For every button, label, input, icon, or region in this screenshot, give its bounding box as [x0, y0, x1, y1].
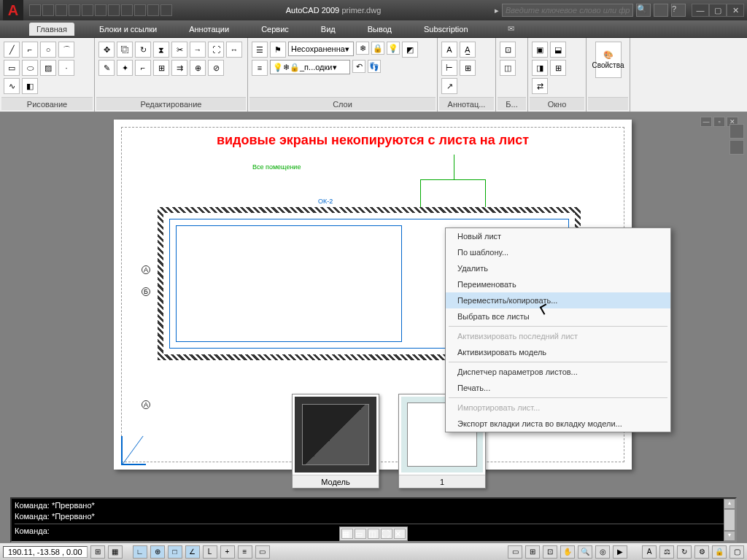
leader-icon[interactable]: ↗: [441, 78, 457, 94]
trim-icon[interactable]: ✂: [171, 42, 187, 58]
spline-icon[interactable]: ∿: [4, 78, 20, 94]
ctx-plot[interactable]: Печать...: [446, 380, 670, 396]
qat-plot-icon[interactable]: [82, 4, 93, 16]
doc-restore[interactable]: ▫: [713, 117, 725, 127]
qat-redo-icon[interactable]: [108, 4, 120, 16]
quick-max-icon[interactable]: ⛶: [381, 529, 392, 539]
scroll-down-icon[interactable]: ▾: [724, 531, 735, 541]
scroll-thumb[interactable]: [724, 509, 735, 531]
polyline-icon[interactable]: ⌐: [22, 42, 38, 58]
model-thumb[interactable]: Модель: [292, 394, 379, 489]
tab-home[interactable]: Главная: [29, 23, 74, 36]
steering-icon[interactable]: ◎: [595, 545, 610, 559]
arc-icon[interactable]: ⌒: [58, 42, 74, 58]
arrange-icon[interactable]: ⊞: [550, 60, 566, 76]
sheet-set-icon[interactable]: [729, 140, 744, 155]
qat-new-icon[interactable]: [29, 4, 41, 16]
hatch-icon[interactable]: ▨: [40, 60, 56, 76]
qp-toggle[interactable]: ▭: [255, 545, 270, 559]
break-icon[interactable]: ⊘: [208, 60, 224, 76]
ducs-toggle[interactable]: L: [203, 545, 217, 559]
panel-block-title[interactable]: Б...: [498, 97, 526, 110]
qat-props-icon[interactable]: [147, 4, 159, 16]
switch-icon[interactable]: ⇄: [532, 78, 548, 94]
erase-icon[interactable]: ✎: [98, 60, 115, 76]
app-logo[interactable]: A: [3, 0, 23, 20]
showmotion-icon[interactable]: ▶: [613, 545, 627, 559]
point-icon[interactable]: ·: [58, 60, 74, 76]
text-icon[interactable]: A: [441, 42, 457, 58]
layer-combo[interactable]: 💡❄🔒_п...одки ▾: [270, 60, 350, 74]
layer-iso-icon[interactable]: ◩: [402, 42, 418, 58]
tab-blocks[interactable]: Блоки и ссылки: [92, 23, 164, 36]
array-icon[interactable]: ⊞: [153, 60, 169, 76]
tab-annotations[interactable]: Аннотации: [182, 23, 236, 36]
layer-state-combo[interactable]: Несохраненна ▾: [288, 42, 354, 56]
quick-close-icon[interactable]: ✕: [394, 529, 406, 539]
annovis-icon[interactable]: ⚖: [659, 545, 674, 559]
ctx-from-template[interactable]: По шаблону...: [446, 244, 670, 260]
fillet-icon[interactable]: ⌐: [135, 60, 151, 76]
insert-block-icon[interactable]: ⊡: [500, 42, 516, 58]
help-button[interactable]: ?: [671, 4, 686, 17]
close-button[interactable]: ✕: [727, 4, 744, 17]
tile-h-icon[interactable]: ⬓: [550, 42, 566, 58]
offset-icon[interactable]: ⇉: [171, 60, 187, 76]
annosync-icon[interactable]: ↻: [677, 545, 692, 559]
snap-toggle[interactable]: ⊞: [90, 545, 105, 559]
panel-layers-title[interactable]: Слои: [249, 97, 436, 110]
rect-icon[interactable]: ▭: [4, 60, 20, 76]
search-button[interactable]: 🔍: [636, 4, 651, 17]
layer-prev-icon[interactable]: ↶: [352, 60, 365, 73]
minimize-button[interactable]: —: [692, 4, 709, 17]
circle-icon[interactable]: ○: [40, 42, 56, 58]
qat-match-icon[interactable]: [160, 4, 172, 16]
qat-open-icon[interactable]: [42, 4, 54, 16]
cascade-icon[interactable]: ▣: [532, 42, 548, 58]
ctx-move-copy[interactable]: Переместить/копировать...: [446, 292, 670, 308]
mtext-icon[interactable]: A̲: [460, 42, 476, 58]
command-line[interactable]: Команда: *Прервано* Команда: *Прервано* …: [10, 497, 737, 542]
clean-screen-icon[interactable]: ▢: [729, 545, 744, 559]
grid-toggle[interactable]: ▦: [108, 545, 123, 559]
tab-view[interactable]: Вид: [314, 23, 343, 36]
quick-layout-icon[interactable]: ▭: [355, 529, 366, 539]
panel-edit-title[interactable]: Редактирование: [96, 97, 246, 110]
properties-button[interactable]: 🎨 Свойства: [595, 42, 622, 78]
layer-match-icon[interactable]: ≡: [252, 60, 268, 76]
qat-zoom-icon[interactable]: [121, 4, 133, 16]
copy-icon[interactable]: ⿻: [117, 42, 133, 58]
tab-subscription[interactable]: Subscription: [417, 23, 476, 36]
table-icon[interactable]: ⊞: [460, 60, 476, 76]
qat-undo-icon[interactable]: [95, 4, 107, 16]
tab-output[interactable]: Вывод: [360, 23, 399, 36]
workspace-switch-icon[interactable]: ⚙: [694, 545, 709, 559]
dyn-toggle[interactable]: +: [220, 545, 235, 559]
qat-saveas-icon[interactable]: [69, 4, 80, 16]
stretch-icon[interactable]: ↔: [226, 42, 242, 58]
panel-annotate-title[interactable]: Аннотац...: [439, 97, 494, 110]
ctx-new-layout[interactable]: Новый лист: [446, 228, 670, 244]
tile-v-icon[interactable]: ◨: [532, 60, 548, 76]
layer-walk-icon[interactable]: 👣: [368, 60, 381, 73]
mirror-icon[interactable]: ⧗: [153, 42, 169, 58]
ctx-delete[interactable]: Удалить: [446, 260, 670, 276]
qat-save-icon[interactable]: [55, 4, 67, 16]
dim-icon[interactable]: ⊢: [441, 60, 457, 76]
scroll-up-icon[interactable]: ▴: [724, 499, 735, 509]
infocenter-button[interactable]: [654, 4, 668, 17]
panel-window-title[interactable]: Окно: [530, 97, 584, 110]
explode-icon[interactable]: ✦: [117, 60, 133, 76]
ellipse-icon[interactable]: ⬭: [22, 60, 38, 76]
maximize-button[interactable]: ▢: [709, 4, 727, 17]
layer-freeze-icon[interactable]: ❄: [356, 42, 369, 55]
otrack-toggle[interactable]: ∠: [185, 545, 200, 559]
layer-lock-icon[interactable]: 🔒: [371, 42, 384, 55]
tab-service[interactable]: Сервис: [254, 23, 296, 36]
layer-off-icon[interactable]: 💡: [387, 42, 400, 55]
ortho-toggle[interactable]: ∟: [133, 545, 147, 559]
layer-props-icon[interactable]: ☰: [252, 42, 268, 58]
ctx-activate-model[interactable]: Активизировать модель: [446, 344, 670, 360]
ctx-rename[interactable]: Переименовать: [446, 276, 670, 292]
rotate-icon[interactable]: ↻: [135, 42, 151, 58]
